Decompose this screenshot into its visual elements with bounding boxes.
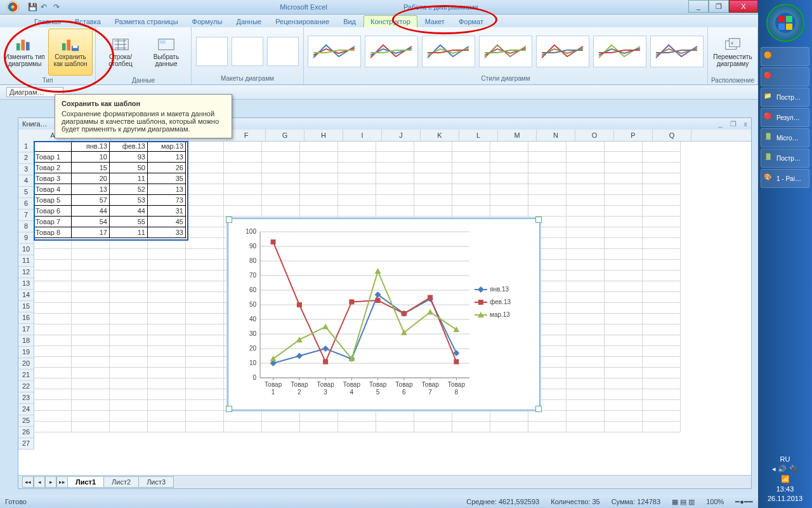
ribbon-tab[interactable]: Формулы: [186, 16, 229, 27]
cell[interactable]: Товар 6: [34, 206, 72, 217]
column-header[interactable]: M: [498, 130, 537, 141]
taskbar-item[interactable]: 🎨1 - Pai…: [761, 169, 809, 188]
row-header[interactable]: 5: [18, 187, 34, 198]
cell[interactable]: 44: [72, 206, 110, 217]
cell[interactable]: 57: [72, 195, 110, 206]
resize-handle[interactable]: [226, 217, 232, 223]
ribbon-tab-chart[interactable]: Формат: [452, 16, 490, 27]
column-header[interactable]: O: [575, 130, 614, 141]
close-button[interactable]: X: [729, 0, 758, 13]
column-header[interactable]: L: [459, 130, 498, 141]
column-header[interactable]: I: [343, 130, 382, 141]
cell[interactable]: 44: [110, 206, 148, 217]
cell[interactable]: 17: [72, 227, 110, 238]
chart-style-option[interactable]: [479, 36, 532, 67]
chart-layout-option[interactable]: [267, 37, 299, 66]
spreadsheet-grid[interactable]: ABCDEFGHIJKLMNOPQ 1234567891011121314151…: [18, 130, 751, 475]
cell[interactable]: Товар 3: [34, 173, 72, 184]
row-header[interactable]: 26: [18, 427, 34, 438]
chart-style-option[interactable]: [536, 36, 589, 67]
cell[interactable]: 93: [110, 152, 148, 163]
cell[interactable]: Товар 7: [34, 217, 72, 227]
cell[interactable]: 11: [110, 173, 148, 184]
sheet-tab[interactable]: Лист2: [103, 476, 139, 488]
taskbar-item[interactable]: 🔴: [761, 67, 809, 86]
cell[interactable]: 10: [72, 152, 110, 163]
column-header[interactable]: F: [227, 130, 266, 141]
ribbon-tab[interactable]: Вид: [337, 16, 362, 27]
minimize-button[interactable]: _: [688, 0, 709, 13]
row-header[interactable]: 16: [18, 312, 34, 324]
cell[interactable]: 73: [148, 195, 186, 206]
column-header[interactable]: J: [382, 130, 421, 141]
change-chart-type-button[interactable]: Изменить тип диаграммы: [3, 29, 47, 76]
column-header[interactable]: K: [421, 130, 459, 141]
chart-style-option[interactable]: [365, 36, 418, 67]
row-header[interactable]: 15: [18, 301, 34, 312]
column-header[interactable]: N: [537, 130, 575, 141]
row-header[interactable]: 1: [18, 141, 34, 152]
language-indicator[interactable]: RU: [762, 455, 808, 463]
view-buttons[interactable]: ▦ ▤ ▥: [672, 498, 695, 506]
row-header[interactable]: 12: [18, 267, 34, 278]
column-header[interactable]: G: [266, 130, 304, 141]
ribbon-tab-chart[interactable]: Макет: [419, 16, 451, 27]
tray-icons[interactable]: ◂ 🔊 🔌: [762, 465, 808, 473]
cell[interactable]: 26: [148, 163, 186, 173]
clock-time[interactable]: 13:43: [762, 485, 808, 493]
chart-layout-option[interactable]: [196, 37, 228, 66]
chart-layout-option[interactable]: [232, 37, 263, 66]
row-header[interactable]: 14: [18, 290, 34, 301]
row-header[interactable]: 22: [18, 381, 34, 392]
undo-icon[interactable]: ↶: [41, 3, 49, 11]
row-header[interactable]: 21: [18, 370, 34, 381]
cell[interactable]: 55: [110, 217, 148, 227]
ribbon-tab[interactable]: Вставка: [69, 16, 107, 27]
cell[interactable]: 54: [72, 217, 110, 227]
zoom-level[interactable]: 100%: [706, 498, 724, 505]
cell[interactable]: 45: [148, 217, 186, 227]
cell[interactable]: 15: [72, 163, 110, 173]
resize-handle[interactable]: [226, 406, 232, 412]
cell[interactable]: 11: [110, 227, 148, 238]
row-header[interactable]: 17: [18, 324, 34, 335]
row-header[interactable]: 9: [18, 232, 34, 244]
sheet-tab[interactable]: Лист1: [67, 476, 104, 488]
ribbon-tab-chart[interactable]: Конструктор: [363, 15, 417, 27]
row-header[interactable]: 6: [18, 198, 34, 210]
sheet-nav-button[interactable]: ◂◂: [22, 476, 34, 488]
embedded-chart[interactable]: 0102030405060708090100Товар1Товар2Товар3…: [228, 218, 540, 410]
row-header[interactable]: 18: [18, 335, 34, 347]
chart-style-option[interactable]: [650, 36, 704, 67]
chart-style-option[interactable]: [422, 36, 475, 67]
ribbon-tab[interactable]: Главная: [28, 16, 67, 27]
sheet-nav-button[interactable]: ▸: [45, 476, 56, 488]
office-button[interactable]: [0, 0, 25, 14]
tray-icons[interactable]: 📶: [762, 475, 808, 483]
start-button[interactable]: [766, 4, 804, 42]
select-data-button[interactable]: Выбрать данные: [144, 29, 188, 76]
cell[interactable]: 13: [148, 152, 186, 163]
cell[interactable]: янв.13: [72, 141, 110, 152]
ribbon-tab[interactable]: Рецензирование: [269, 16, 336, 27]
cell[interactable]: 35: [148, 173, 186, 184]
chart-style-option[interactable]: [593, 36, 646, 67]
row-header[interactable]: 10: [18, 244, 34, 255]
cell[interactable]: 13: [72, 184, 110, 195]
taskbar-item[interactable]: 🟠: [761, 47, 809, 66]
row-header[interactable]: 11: [18, 255, 34, 267]
row-header[interactable]: 8: [18, 221, 34, 232]
select-all-corner[interactable]: [18, 130, 34, 142]
row-header[interactable]: 19: [18, 347, 34, 358]
cell[interactable]: мар.13: [148, 141, 186, 152]
redo-icon[interactable]: ↷: [53, 3, 62, 11]
cell[interactable]: Товар 8: [34, 227, 72, 238]
cell[interactable]: 13: [148, 184, 186, 195]
cell[interactable]: 20: [72, 173, 110, 184]
row-header[interactable]: 7: [18, 210, 34, 221]
cell[interactable]: 52: [110, 184, 148, 195]
resize-handle[interactable]: [535, 217, 542, 223]
row-header[interactable]: 4: [18, 175, 34, 187]
sheet-nav-button[interactable]: ▸▸: [56, 476, 68, 488]
taskbar-item[interactable]: 🔴Резул…: [761, 108, 809, 127]
